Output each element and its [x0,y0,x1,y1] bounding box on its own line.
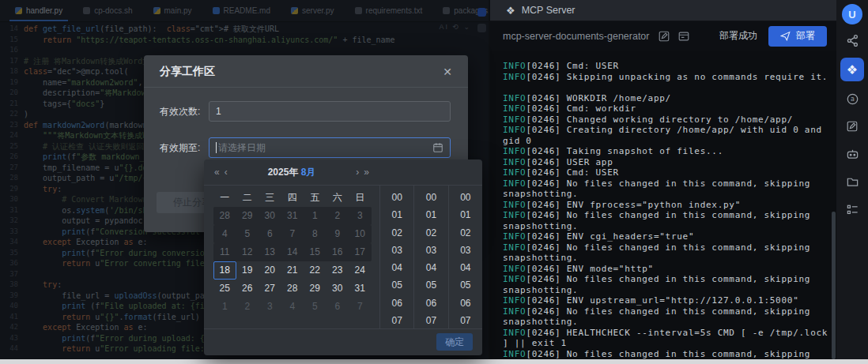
time-cell[interactable]: 03 [414,242,447,259]
time-cell[interactable]: 01 [449,206,482,223]
date-cell[interactable]: 23 [326,261,349,280]
server-name: mcp-server-documents-generator [503,31,650,42]
weekday-header: 四 [281,189,304,207]
time-cell[interactable]: 02 [414,224,447,242]
time-cell[interactable]: 02 [449,224,482,242]
next-year-arrow[interactable]: » [361,167,372,178]
date-cell: 1 [304,207,326,225]
date-cell[interactable]: 5 [304,298,326,316]
weekday-header: 一 [213,189,236,207]
weekday-header: 五 [304,189,326,207]
log-scrollbar[interactable] [832,212,836,359]
time-cell[interactable]: 06 [414,295,447,312]
svg-text:a: a [851,96,855,103]
date-cell[interactable]: 21 [281,261,304,280]
time-cell[interactable]: 03 [380,242,413,259]
user-avatar[interactable]: U [842,4,862,24]
mcp-server-panel: ❖ MCP Server mcp-server-documents-genera… [490,0,836,359]
log-line: INFO[0246] ENV mode="http" [503,264,831,275]
prev-year-arrow[interactable]: « [212,167,222,178]
deploy-button[interactable]: 部署 [768,26,827,47]
valid-count-input[interactable] [209,101,451,122]
mcp-panel-title: MCP Server [522,5,576,16]
date-cell[interactable]: 2 [236,298,259,316]
date-cell[interactable]: 19 [236,261,259,280]
date-cell[interactable]: 26 [236,280,259,298]
log-line: INFO[0246] Cmd: USER [503,61,831,72]
date-cell: 28 [213,207,236,225]
date-cell: 11 [213,243,236,261]
log-line [503,82,831,93]
date-cell[interactable]: 25 [213,280,236,298]
sidebar-share-icon[interactable] [842,30,862,51]
expire-date-input[interactable]: 请选择日期 [209,137,451,158]
sidebar-at-icon[interactable]: a [842,88,862,109]
log-line: INFO[0246] Skipping unpacking as no comm… [503,72,831,83]
log-line: INFO[0246] HEALTHCHECK --interval=5s CMD… [503,328,831,349]
log-line: INFO[0246] No files changed in this comm… [503,242,831,264]
time-cell[interactable]: 07 [414,312,447,328]
close-icon[interactable]: ✕ [443,66,452,78]
sidebar-list-icon[interactable] [842,199,862,220]
date-cell[interactable]: 24 [349,261,372,280]
month-label[interactable]: 8月 [301,167,316,178]
date-cell[interactable]: 3 [259,298,281,316]
time-cell[interactable]: 05 [380,276,413,294]
date-cell: 5 [236,225,259,243]
date-cell[interactable]: 1 [213,298,236,316]
date-cell[interactable]: 29 [304,280,326,298]
edit-name-icon[interactable] [658,30,670,43]
time-cell[interactable]: 02 [380,224,413,242]
time-cell[interactable]: 07 [380,312,413,328]
date-cell[interactable]: 31 [349,280,372,298]
date-cell[interactable]: 27 [259,280,281,298]
year-label[interactable]: 2025年 [268,167,299,178]
time-column-2: 0001020304050607 [448,186,482,328]
sidebar-mcp-icon[interactable]: ❖ [840,58,864,81]
time-cell[interactable]: 05 [449,276,482,294]
time-cell[interactable]: 00 [380,189,413,206]
prev-month-arrow[interactable]: ‹ [222,167,230,178]
time-cell[interactable]: 03 [449,242,482,259]
date-cell[interactable]: 30 [326,280,349,298]
deploy-log-output[interactable]: INFO[0246] Cmd: USERINFO[0246] Skipping … [490,51,832,359]
time-cell[interactable]: 01 [380,206,413,223]
time-cell[interactable]: 00 [414,189,447,206]
modal-title: 分享工作区 [160,65,215,79]
date-cell[interactable]: 28 [281,280,304,298]
time-cell[interactable]: 07 [449,312,482,328]
time-cell[interactable]: 04 [380,259,413,276]
next-month-arrow[interactable]: › [353,167,361,178]
time-cell[interactable]: 06 [380,295,413,312]
time-column-1: 0001020304050607 [413,186,447,328]
time-cell[interactable]: 04 [414,259,447,276]
valid-count-label: 有效次数: [160,105,209,118]
date-cell[interactable]: 7 [349,298,372,316]
deploy-status-text: 部署成功 [719,29,757,43]
date-cell[interactable]: 6 [326,298,349,316]
server-card-icon[interactable] [677,30,690,43]
page-bottom-strip [0,359,868,364]
sidebar-edit-icon[interactable] [842,116,862,137]
date-cell: 30 [259,207,281,225]
log-line: INFO[0246] Changed working directory to … [503,114,831,126]
date-cell[interactable]: 4 [281,298,304,316]
time-cell[interactable]: 06 [449,295,482,312]
sidebar-folder-icon[interactable] [842,171,862,192]
sidebar-bot-icon[interactable] [842,144,862,164]
date-placeholder: 请选择日期 [218,141,432,155]
modal-divider [144,87,468,88]
time-cell[interactable]: 04 [449,259,482,276]
log-line: INFO[0246] Cmd: USER [503,167,831,178]
date-cell: 17 [349,243,372,261]
date-cell[interactable]: 22 [304,261,326,280]
time-cell[interactable]: 00 [449,189,482,206]
time-columns: 0001020304050607000102030405060700010203… [379,186,482,328]
app-window: handler.pycp-docs.shmain.pyREADME.mdserv… [0,0,868,364]
date-cell-today[interactable]: 18 [213,261,236,280]
date-cell[interactable]: 20 [259,261,281,280]
time-cell[interactable]: 05 [414,276,447,294]
time-cell[interactable]: 01 [414,206,447,223]
ok-button[interactable]: 确定 [436,333,473,351]
log-line: INFO[0246] ENV upstream_url="http://127.… [503,295,831,306]
